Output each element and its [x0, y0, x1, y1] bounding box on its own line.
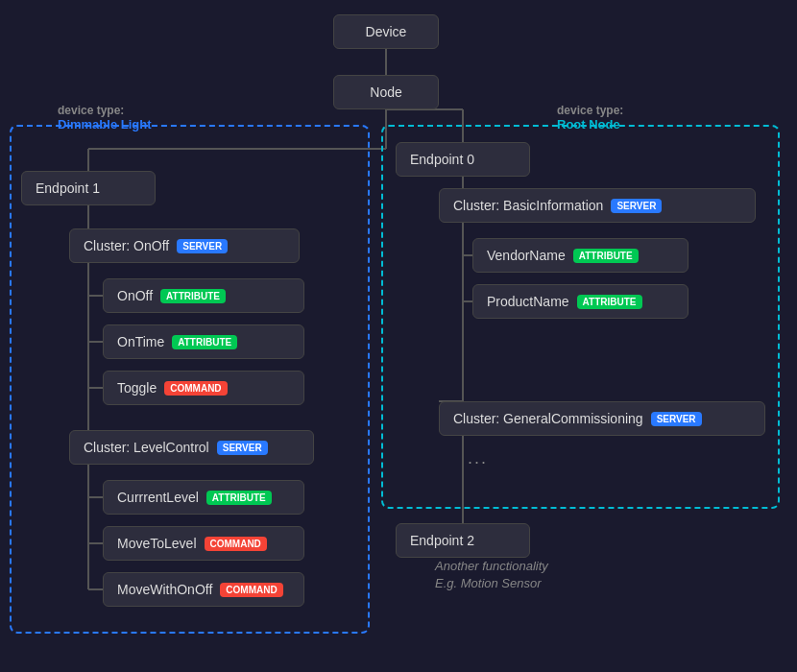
ellipsis: ... [468, 448, 488, 468]
ontime-attr-badge: ATTRIBUTE [172, 335, 237, 349]
vendorname-attr-badge: ATTRIBUTE [573, 249, 639, 263]
cluster-onoff: Cluster: OnOff SERVER [69, 228, 300, 263]
movetolevel-command: MoveToLevel COMMAND [103, 526, 304, 561]
endpoint-2: Endpoint 2 [396, 523, 530, 558]
productname-attr-badge: ATTRIBUTE [577, 295, 642, 309]
cluster-generalcomm: Cluster: GeneralCommissioning SERVER [439, 401, 765, 436]
dimmable-light-label: device type: Dimmable Light [58, 104, 152, 132]
onoff-server-badge: SERVER [177, 239, 228, 253]
root-node-label: device type: Root Node [557, 104, 623, 132]
node-node: Node [333, 75, 439, 109]
movewithonoff-cmd-badge: COMMAND [220, 583, 282, 597]
cluster-basicinfo: Cluster: BasicInformation SERVER [439, 188, 756, 223]
cluster-levelcontrol: Cluster: LevelControl SERVER [69, 430, 314, 465]
device-node: Device [333, 14, 439, 49]
toggle-cmd-badge: COMMAND [164, 381, 227, 396]
vendorname-attribute: VendorName ATTRIBUTE [472, 238, 688, 273]
basicinfo-server-badge: SERVER [611, 199, 662, 213]
diagram: device type: Dimmable Light device type:… [0, 0, 797, 672]
currentlevel-attr-badge: ATTRIBUTE [206, 491, 272, 505]
endpoint-0: Endpoint 0 [396, 142, 530, 177]
onoff-attr-badge: ATTRIBUTE [160, 289, 226, 303]
endpoint-1: Endpoint 1 [21, 171, 156, 205]
levelcontrol-server-badge: SERVER [217, 441, 268, 455]
toggle-command: Toggle COMMAND [103, 371, 304, 405]
ontime-attribute: OnTime ATTRIBUTE [103, 324, 304, 359]
onoff-attribute: OnOff ATTRIBUTE [103, 278, 304, 313]
movetolevel-cmd-badge: COMMAND [205, 537, 267, 551]
another-functionality: Another functionality [435, 559, 548, 573]
productname-attribute: ProductName ATTRIBUTE [472, 284, 688, 319]
movewithonoff-command: MoveWithOnOff COMMAND [103, 572, 304, 607]
currentlevel-attribute: CurrrentLevel ATTRIBUTE [103, 480, 304, 515]
eg-motion-sensor: E.g. Motion Sensor [435, 576, 542, 590]
generalcomm-server-badge: SERVER [651, 412, 702, 426]
